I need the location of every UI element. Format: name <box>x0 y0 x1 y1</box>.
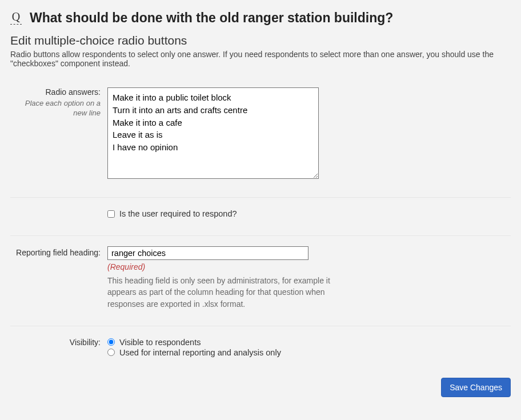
divider <box>10 235 511 236</box>
reporting-row: Reporting field heading: (Required) This… <box>10 246 511 310</box>
visibility-radio-visible[interactable] <box>107 338 115 346</box>
visibility-option-visible[interactable]: Visible to respondents <box>107 338 511 347</box>
button-row: Save Changes <box>10 378 511 397</box>
radio-answers-row: Radio answers: Place each option on a ne… <box>10 87 511 181</box>
required-checkbox-row[interactable]: Is the user required to respond? <box>107 209 511 218</box>
page-title: What should be done with the old ranger … <box>30 10 393 26</box>
section-description: Radio buttons allow respondents to selec… <box>10 50 496 68</box>
required-row: Is the user required to respond? <box>10 208 511 219</box>
reporting-field-input[interactable] <box>107 246 308 260</box>
question-icon: Q <box>10 11 22 25</box>
divider <box>10 197 511 198</box>
reporting-required-note: (Required) <box>107 262 511 271</box>
reporting-label: Reporting field heading: <box>16 248 101 257</box>
section-heading: Edit multiple-choice radio buttons <box>10 34 511 47</box>
required-label: Is the user required to respond? <box>119 209 237 218</box>
visibility-option-label: Visible to respondents <box>119 338 201 347</box>
divider <box>10 326 511 326</box>
save-button[interactable]: Save Changes <box>441 378 511 397</box>
page: Q What should be done with the old range… <box>0 0 521 420</box>
visibility-row: Visibility: Visible to respondents Used … <box>10 337 511 358</box>
required-checkbox[interactable] <box>107 210 115 218</box>
radio-answers-label: Radio answers: <box>46 87 101 97</box>
reporting-help-text: This heading field is only seen by admin… <box>107 275 359 310</box>
radio-answers-hint: Place each option on a new line <box>10 99 101 118</box>
visibility-option-internal[interactable]: Used for internal reporting and analysis… <box>107 348 511 357</box>
title-row: Q What should be done with the old range… <box>10 10 511 26</box>
visibility-option-label: Used for internal reporting and analysis… <box>119 348 281 357</box>
radio-answers-textarea[interactable] <box>107 87 319 179</box>
visibility-label: Visibility: <box>70 338 101 347</box>
visibility-radio-internal[interactable] <box>107 349 115 356</box>
